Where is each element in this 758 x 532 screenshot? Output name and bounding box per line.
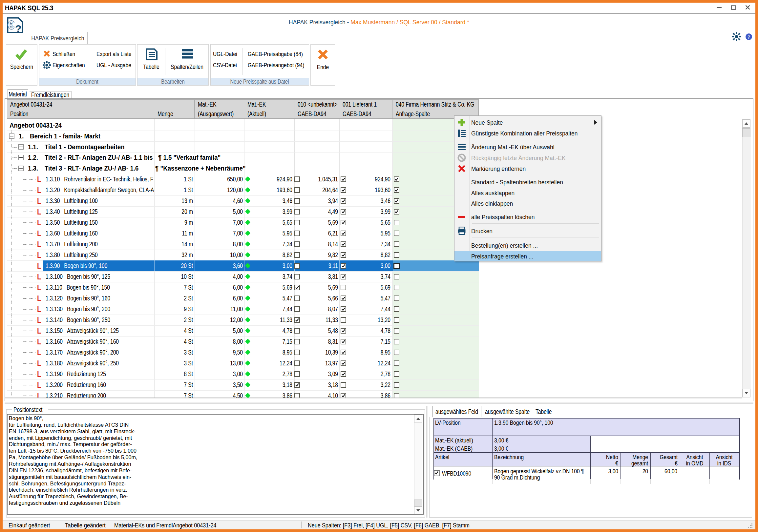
svg-text:?: ? xyxy=(747,34,750,40)
svg-text:€: € xyxy=(8,18,15,32)
svg-text:?: ? xyxy=(15,23,22,33)
